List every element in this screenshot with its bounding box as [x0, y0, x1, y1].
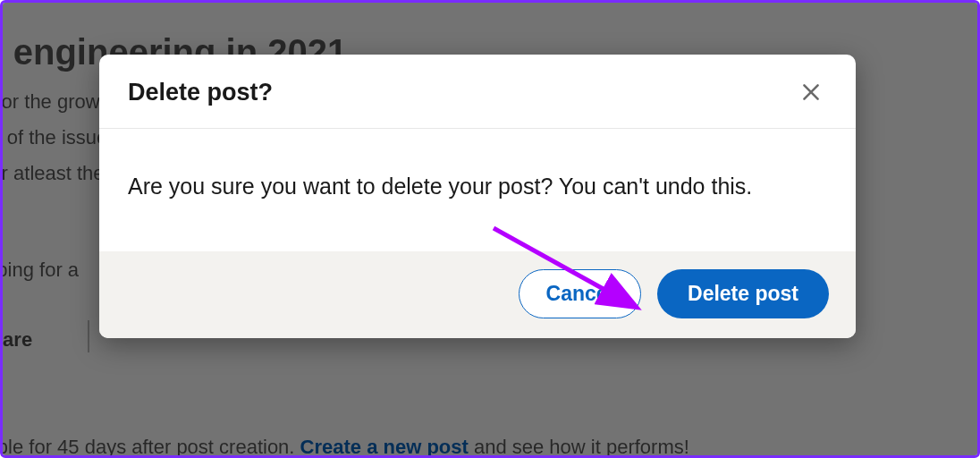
delete-post-button[interactable]: Delete post	[657, 269, 829, 318]
dialog-footer: Cancel Delete post	[99, 251, 856, 338]
dialog-body: Are you sure you want to delete your pos…	[99, 129, 856, 251]
cancel-button[interactable]: Cancel	[519, 269, 641, 318]
close-icon	[799, 81, 823, 104]
dialog-title: Delete post?	[128, 79, 273, 106]
close-button[interactable]	[793, 74, 829, 110]
dialog-header: Delete post?	[99, 55, 856, 129]
delete-post-dialog: Delete post? Are you sure you want to de…	[99, 55, 856, 338]
